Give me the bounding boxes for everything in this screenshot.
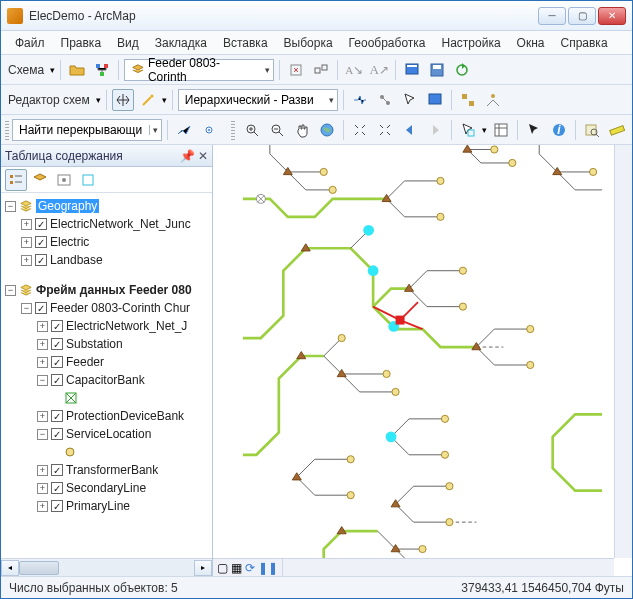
toc-tree[interactable]: −Geography +✓ElectricNetwork_Net_Junc +✓… [1, 193, 212, 558]
expand-icon[interactable]: + [37, 357, 48, 368]
tree-item[interactable]: ServiceLocation [66, 427, 151, 441]
map-vscroll[interactable] [614, 145, 632, 558]
measure-icon[interactable] [606, 119, 628, 141]
menu-windows[interactable]: Окна [509, 33, 553, 53]
collapse-icon[interactable]: − [37, 429, 48, 440]
collapse-icon[interactable]: − [21, 303, 32, 314]
text-small-icon[interactable]: A↘ [343, 59, 365, 81]
checkbox[interactable]: ✓ [51, 356, 63, 368]
move-tool-icon[interactable] [112, 89, 134, 111]
open-icon[interactable] [66, 59, 88, 81]
find-dropdown[interactable]: Найти перекрывающи [12, 119, 162, 141]
menu-edit[interactable]: Правка [53, 33, 110, 53]
menu-selection[interactable]: Выборка [276, 33, 341, 53]
close-button[interactable]: ✕ [598, 7, 626, 25]
checkbox[interactable]: ✓ [51, 320, 63, 332]
expand-icon[interactable]: + [37, 339, 48, 350]
edit-tool-icon[interactable] [137, 89, 159, 111]
tree-item[interactable]: Electric [50, 235, 89, 249]
checkbox[interactable]: ✓ [51, 482, 63, 494]
full-extent-icon[interactable] [316, 119, 338, 141]
checkbox[interactable]: ✓ [51, 464, 63, 476]
select-features-icon[interactable] [457, 119, 479, 141]
pause-draw-icon[interactable]: ❚❚ [258, 561, 278, 575]
menu-customize[interactable]: Настройка [434, 33, 509, 53]
expand-icon[interactable]: + [37, 501, 48, 512]
maximize-button[interactable]: ▢ [568, 7, 596, 25]
layer-dropdown[interactable]: Feeder 0803-Corinth [124, 59, 274, 81]
search-icon[interactable] [581, 119, 603, 141]
panel-close-icon[interactable]: ✕ [198, 149, 208, 163]
prev-extent-icon[interactable] [399, 119, 421, 141]
apply-layout-icon[interactable] [349, 89, 371, 111]
text-large-icon[interactable]: A↗ [368, 59, 390, 81]
tree-item[interactable]: SecondaryLine [66, 481, 146, 495]
find-node-icon[interactable] [198, 119, 220, 141]
tree-item[interactable]: TransformerBank [66, 463, 158, 477]
list-by-draw-icon[interactable] [5, 169, 27, 191]
tree-item[interactable]: Feeder 0803-Corinth Chur [50, 301, 190, 315]
collapse-icon[interactable]: − [5, 285, 16, 296]
expand-icon[interactable]: + [37, 411, 48, 422]
minimize-button[interactable]: ─ [538, 7, 566, 25]
tree-item[interactable]: Feeder [66, 355, 104, 369]
tree-group[interactable]: Geography [36, 199, 99, 213]
pan-icon[interactable] [291, 119, 313, 141]
tree-item[interactable]: PrimaryLine [66, 499, 130, 513]
pin-icon[interactable]: 📌 [180, 149, 195, 163]
checkbox[interactable]: ✓ [51, 428, 63, 440]
expand-icon[interactable]: + [37, 321, 48, 332]
clear-selection-icon[interactable] [490, 119, 512, 141]
collapse-icon[interactable]: − [37, 375, 48, 386]
checkbox[interactable]: ✓ [35, 236, 47, 248]
menu-insert[interactable]: Вставка [215, 33, 276, 53]
layout-view-icon[interactable]: ▦ [231, 561, 242, 575]
tree-item[interactable]: ElectricNetwork_Net_J [66, 319, 187, 333]
tree-item[interactable]: Landbase [50, 253, 103, 267]
zoom-out-icon[interactable] [266, 119, 288, 141]
tool-2-icon[interactable] [310, 59, 332, 81]
fixed-zoom-out-icon[interactable] [374, 119, 396, 141]
list-by-source-icon[interactable] [29, 169, 51, 191]
checkbox[interactable]: ✓ [51, 338, 63, 350]
checkbox[interactable]: ✓ [35, 254, 47, 266]
select-elements-icon[interactable] [523, 119, 545, 141]
checkbox[interactable]: ✓ [51, 374, 63, 386]
next-extent-icon[interactable] [424, 119, 446, 141]
diagram-icon[interactable] [91, 59, 113, 81]
menu-help[interactable]: Справка [552, 33, 615, 53]
expand-icon[interactable]: + [21, 219, 32, 230]
menu-geoprocessing[interactable]: Геообработка [341, 33, 434, 53]
refresh-icon[interactable] [451, 59, 473, 81]
menu-view[interactable]: Вид [109, 33, 147, 53]
properties-icon[interactable] [401, 59, 423, 81]
zoom-in-icon[interactable] [241, 119, 263, 141]
expand-icon[interactable]: + [21, 237, 32, 248]
checkbox[interactable]: ✓ [51, 500, 63, 512]
tree-item[interactable]: ElectricNetwork_Net_Junc [50, 217, 191, 231]
list-by-sel-icon[interactable] [77, 169, 99, 191]
collapse-icon[interactable]: − [5, 201, 16, 212]
tool-d-icon[interactable] [374, 89, 396, 111]
checkbox[interactable]: ✓ [35, 218, 47, 230]
menu-bookmarks[interactable]: Закладка [147, 33, 215, 53]
expand-icon[interactable]: + [37, 483, 48, 494]
map-canvas[interactable] [213, 145, 632, 576]
fixed-zoom-in-icon[interactable] [349, 119, 371, 141]
map-hscroll[interactable]: ▢ ▦ ⟳ ❚❚ [213, 558, 614, 576]
layout-props-icon[interactable] [424, 89, 446, 111]
tree-group[interactable]: Фрейм данных Feeder 080 [36, 283, 192, 297]
tree-item[interactable]: ProtectionDeviceBank [66, 409, 184, 423]
data-view-icon[interactable]: ▢ [217, 561, 228, 575]
tree-item[interactable]: Substation [66, 337, 123, 351]
expand-icon[interactable]: + [37, 465, 48, 476]
checkbox[interactable]: ✓ [35, 302, 47, 314]
list-by-vis-icon[interactable] [53, 169, 75, 191]
tool-f-icon[interactable] [482, 89, 504, 111]
refresh-view-icon[interactable]: ⟳ [245, 561, 255, 575]
toc-hscroll[interactable]: ◂▸ [1, 558, 212, 576]
cursor-tool-icon[interactable] [399, 89, 421, 111]
save-schematic-icon[interactable] [426, 59, 448, 81]
tool-1-icon[interactable] [285, 59, 307, 81]
tree-item[interactable]: CapacitorBank [66, 373, 145, 387]
